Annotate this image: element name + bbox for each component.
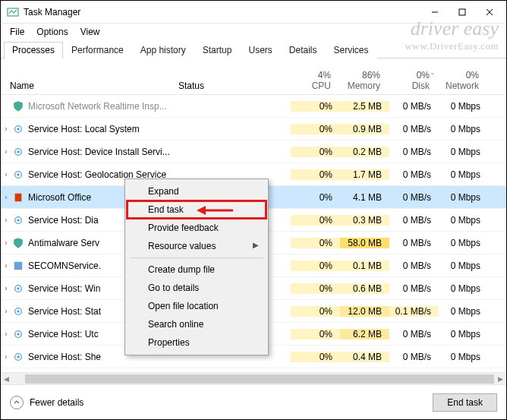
col-network-header[interactable]: 0% Network [437, 70, 487, 91]
tab-users[interactable]: Users [240, 42, 280, 58]
app-icon [7, 6, 19, 18]
process-icon [11, 237, 25, 249]
col-memory-header[interactable]: 86% Memory [339, 70, 388, 91]
process-icon [11, 351, 25, 363]
context-search-online[interactable]: Search online [127, 315, 266, 333]
tab-processes[interactable]: Processes [4, 42, 63, 58]
close-button[interactable] [476, 2, 503, 23]
disk-cell: 0 MB/s [389, 101, 439, 112]
minimize-button[interactable] [421, 2, 449, 23]
end-task-button[interactable]: End task [433, 393, 497, 412]
context-provide-feedback[interactable]: Provide feedback [127, 219, 266, 237]
cpu-cell: 0% [291, 352, 340, 362]
scroll-left-icon[interactable]: ◀ [1, 375, 13, 383]
network-cell: 0 Mbps [439, 215, 488, 226]
memory-cell: 12.0 MB [340, 306, 389, 317]
expand-chevron-icon[interactable]: › [1, 352, 11, 361]
process-icon [11, 328, 25, 340]
process-icon [11, 123, 25, 135]
expand-chevron-icon[interactable]: › [1, 330, 11, 338]
context-properties[interactable]: Properties [127, 333, 266, 352]
disk-cell: 0 MB/s [389, 238, 439, 248]
window-title: Task Manager [24, 7, 421, 17]
titlebar: Task Manager [1, 1, 506, 24]
network-cell: 0 Mbps [439, 238, 488, 248]
process-icon [11, 214, 25, 226]
scroll-right-icon[interactable]: ▶ [494, 375, 506, 383]
disk-cell: 0 MB/s [389, 169, 439, 180]
memory-cell: 0.1 MB [340, 261, 389, 271]
table-row[interactable]: Microsoft Network Realtime Insp...0%2.5 … [1, 95, 506, 118]
process-icon [11, 260, 25, 272]
tab-app-history[interactable]: App history [132, 42, 194, 58]
disk-cell: 0.1 MB/s [389, 306, 439, 317]
network-cell: 0 Mbps [439, 352, 488, 362]
cpu-cell: 0% [291, 329, 340, 339]
cpu-cell: 0% [291, 215, 340, 226]
context-go-to-details[interactable]: Go to details [127, 279, 266, 297]
process-icon [11, 146, 25, 158]
table-row[interactable]: ›Service Host: Local System0%0.9 MB0 MB/… [1, 118, 506, 141]
sort-indicator-icon: ⌄ [430, 68, 436, 76]
disk-cell: 0 MB/s [389, 124, 439, 134]
expand-chevron-icon[interactable]: › [1, 125, 11, 133]
expand-chevron-icon[interactable]: › [1, 216, 11, 224]
expand-chevron-icon[interactable]: › [1, 238, 11, 247]
menu-options[interactable]: Options [32, 25, 72, 39]
svg-point-13 [17, 219, 20, 222]
svg-point-18 [17, 310, 20, 313]
maximize-button[interactable] [449, 2, 476, 23]
memory-cell: 0.2 MB [340, 147, 389, 157]
col-status-header[interactable]: Status [178, 81, 289, 91]
process-name: Service Host: Local System [28, 124, 180, 134]
disk-cell: 0 MB/s [389, 261, 439, 271]
process-name: Service Host: Device Install Servi... [28, 147, 180, 157]
horizontal-scrollbar[interactable]: ◀ ▶ [1, 372, 506, 384]
fewer-details-label[interactable]: Fewer details [30, 397, 83, 408]
col-disk-header[interactable]: 0% Disk ⌄ [388, 70, 437, 91]
context-open-file-location[interactable]: Open file location [127, 297, 266, 315]
cpu-cell: 0% [291, 306, 340, 317]
expand-chevron-icon[interactable]: › [1, 307, 11, 315]
context-resource-values[interactable]: Resource values ▶ [127, 237, 266, 255]
cpu-cell: 0% [291, 147, 340, 157]
cpu-cell: 0% [291, 238, 340, 248]
memory-cell: 0.9 MB [340, 124, 389, 134]
cpu-cell: 0% [291, 192, 340, 203]
expand-chevron-icon[interactable]: › [1, 170, 11, 178]
fewer-details-icon[interactable] [10, 396, 24, 409]
svg-point-22 [17, 355, 20, 358]
cpu-cell: 0% [291, 124, 340, 134]
column-headers: Name Status 4% CPU 86% Memory 0% Disk ⌄ … [1, 58, 506, 95]
svg-point-10 [17, 173, 20, 176]
expand-chevron-icon[interactable]: › [1, 193, 11, 201]
memory-cell: 0.4 MB [340, 352, 389, 362]
tab-details[interactable]: Details [281, 42, 326, 58]
col-name-header[interactable]: Name [1, 81, 178, 91]
svg-rect-14 [14, 261, 23, 270]
scrollbar-thumb[interactable] [25, 374, 494, 384]
expand-chevron-icon[interactable]: › [1, 147, 11, 156]
context-create-dump[interactable]: Create dump file [127, 261, 266, 279]
menu-file[interactable]: File [5, 25, 29, 39]
disk-cell: 0 MB/s [389, 283, 439, 294]
col-cpu-header[interactable]: 4% CPU [289, 70, 339, 91]
disk-cell: 0 MB/s [389, 329, 439, 339]
svg-point-6 [17, 128, 20, 131]
menubar: File Options View [1, 24, 506, 40]
tab-performance[interactable]: Performance [63, 42, 132, 58]
context-expand[interactable]: Expand [127, 182, 266, 201]
memory-cell: 4.1 MB [340, 192, 389, 203]
memory-cell: 6.2 MB [340, 329, 389, 339]
expand-chevron-icon[interactable]: › [1, 261, 11, 270]
tab-services[interactable]: Services [326, 42, 377, 58]
table-row[interactable]: ›Service Host: Device Install Servi...0%… [1, 141, 506, 163]
disk-cell: 0 MB/s [389, 352, 439, 362]
memory-cell: 2.5 MB [340, 101, 389, 112]
menu-view[interactable]: View [76, 25, 105, 39]
tab-startup[interactable]: Startup [194, 42, 241, 58]
process-icon [11, 305, 25, 317]
menu-separator [130, 257, 263, 258]
expand-chevron-icon[interactable]: › [1, 284, 11, 292]
memory-cell: 0.3 MB [340, 215, 389, 226]
